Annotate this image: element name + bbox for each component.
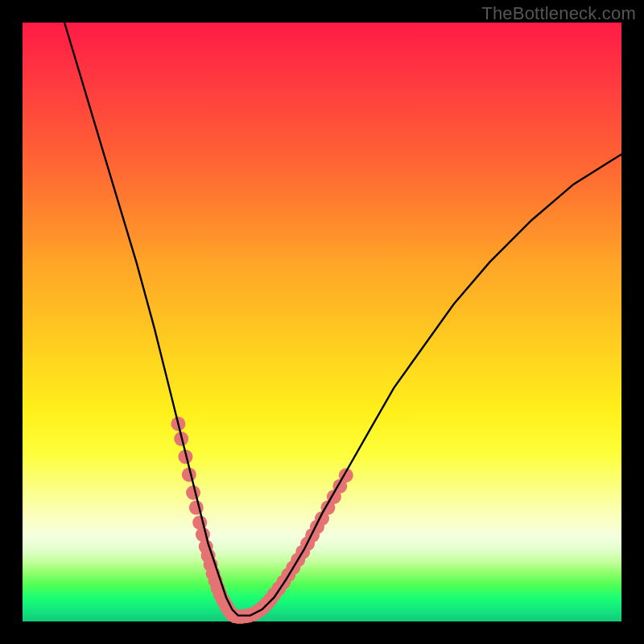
chart-svg [23,23,621,621]
highlight-dots-layer [171,417,353,625]
plot-area [23,23,621,621]
bottleneck-curve [64,23,621,616]
watermark-text: TheBottleneck.com [481,3,636,24]
chart-frame: TheBottleneck.com [0,0,644,644]
